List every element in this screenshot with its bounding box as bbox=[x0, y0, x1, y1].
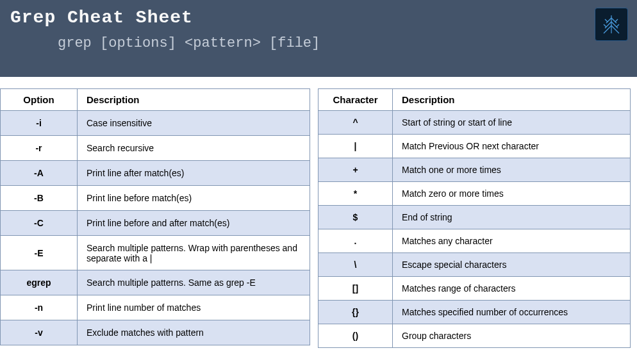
character-cell: \ bbox=[318, 253, 393, 277]
svg-line-8 bbox=[615, 19, 618, 22]
character-cell: {} bbox=[318, 301, 393, 324]
header: Grep Cheat Sheet grep [options] <pattern… bbox=[0, 0, 637, 77]
svg-line-9 bbox=[604, 24, 606, 27]
table-row: -E Search multiple patterns. Wrap with p… bbox=[1, 236, 310, 270]
option-cell: -n bbox=[1, 295, 78, 320]
option-cell: -A bbox=[1, 161, 78, 186]
description-cell: Print line number of matches bbox=[78, 295, 310, 320]
characters-table-wrapper: Character Description ^ Start of string … bbox=[318, 88, 631, 348]
svg-line-7 bbox=[605, 19, 608, 22]
table-row: * Match zero or more times bbox=[318, 182, 631, 206]
description-cell: Matches specified number of occurrences bbox=[393, 301, 631, 324]
svg-line-10 bbox=[616, 24, 619, 27]
table-row: + Match one or more times bbox=[318, 158, 631, 182]
character-cell: () bbox=[318, 324, 393, 348]
table-row: -v Exclude matches with pattern bbox=[1, 320, 310, 345]
option-cell: -r bbox=[1, 136, 78, 161]
table-row: \ Escape special characters bbox=[318, 253, 631, 277]
description-cell: Group characters bbox=[393, 324, 631, 348]
options-table: Option Description -i Case insensitive -… bbox=[0, 88, 310, 345]
character-cell: * bbox=[318, 182, 393, 206]
description-cell: Search recursive bbox=[78, 136, 310, 161]
table-row: -i Case insensitive bbox=[1, 111, 310, 136]
description-cell: Print line after match(es) bbox=[78, 161, 310, 186]
table-row: -r Search recursive bbox=[1, 136, 310, 161]
description-cell: Match zero or more times bbox=[393, 182, 631, 206]
character-cell: ^ bbox=[318, 111, 393, 135]
character-cell: + bbox=[318, 158, 393, 182]
description-cell: Print line before match(es) bbox=[78, 186, 310, 211]
character-cell: . bbox=[318, 229, 393, 253]
usage-syntax: grep [options] <pattern> [file] bbox=[58, 35, 627, 51]
characters-table: Character Description ^ Start of string … bbox=[318, 88, 631, 348]
table-row: [] Matches range of characters bbox=[318, 277, 631, 301]
logo-icon bbox=[595, 8, 628, 41]
svg-line-3 bbox=[605, 22, 611, 28]
table-row: -n Print line number of matches bbox=[1, 295, 310, 320]
svg-line-6 bbox=[611, 26, 619, 33]
description-cell: Start of string or start of line bbox=[393, 111, 631, 135]
characters-header-description: Description bbox=[393, 89, 631, 111]
description-cell: Print line before and after match(es) bbox=[78, 211, 310, 236]
table-row: -C Print line before and after match(es) bbox=[1, 211, 310, 236]
option-cell: egrep bbox=[1, 270, 78, 295]
table-row: $ End of string bbox=[318, 206, 631, 229]
table-row: {} Matches specified number of occurrenc… bbox=[318, 301, 631, 324]
options-header-description: Description bbox=[78, 89, 310, 111]
table-row: () Group characters bbox=[318, 324, 631, 348]
option-cell: -i bbox=[1, 111, 78, 136]
tables-container: Option Description -i Case insensitive -… bbox=[0, 77, 637, 348]
description-cell: Escape special characters bbox=[393, 253, 631, 277]
description-cell: Matches any character bbox=[393, 229, 631, 253]
option-cell: -B bbox=[1, 186, 78, 211]
option-cell: -C bbox=[1, 211, 78, 236]
table-row: | Match Previous OR next character bbox=[318, 135, 631, 158]
table-row: ^ Start of string or start of line bbox=[318, 111, 631, 135]
option-cell: -E bbox=[1, 236, 78, 270]
character-cell: $ bbox=[318, 206, 393, 229]
options-header-option: Option bbox=[1, 89, 78, 111]
description-cell: Search multiple patterns. Same as grep -… bbox=[78, 270, 310, 295]
description-cell: Match one or more times bbox=[393, 158, 631, 182]
table-row: -B Print line before match(es) bbox=[1, 186, 310, 211]
table-row: -A Print line after match(es) bbox=[1, 161, 310, 186]
description-cell: End of string bbox=[393, 206, 631, 229]
character-cell: [] bbox=[318, 277, 393, 301]
character-cell: | bbox=[318, 135, 393, 158]
description-cell: Search multiple patterns. Wrap with pare… bbox=[78, 236, 310, 270]
description-cell: Matches range of characters bbox=[393, 277, 631, 301]
table-row: . Matches any character bbox=[318, 229, 631, 253]
table-row: egrep Search multiple patterns. Same as … bbox=[1, 270, 310, 295]
options-table-wrapper: Option Description -i Case insensitive -… bbox=[0, 88, 310, 348]
description-cell: Case insensitive bbox=[78, 111, 310, 136]
option-cell: -v bbox=[1, 320, 78, 345]
svg-line-5 bbox=[604, 26, 611, 33]
description-cell: Match Previous OR next character bbox=[393, 135, 631, 158]
characters-header-character: Character bbox=[318, 89, 393, 111]
svg-line-4 bbox=[611, 22, 618, 28]
page-title: Grep Cheat Sheet bbox=[10, 8, 627, 28]
description-cell: Exclude matches with pattern bbox=[78, 320, 310, 345]
